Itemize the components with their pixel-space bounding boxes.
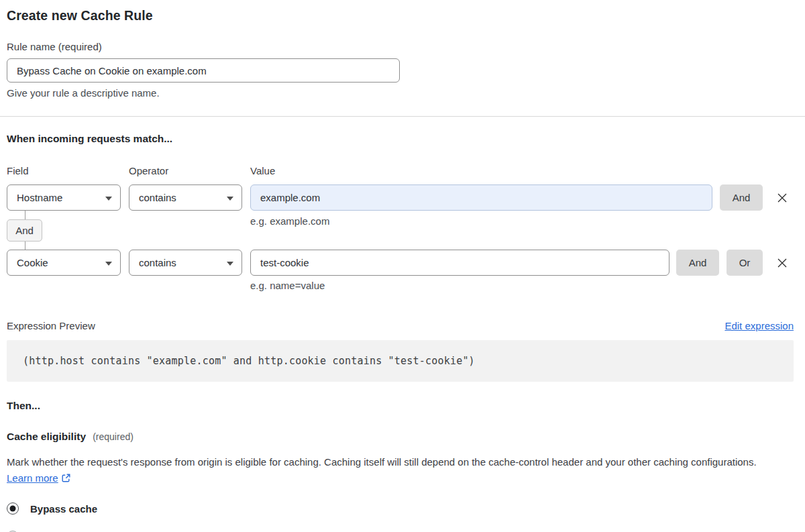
section-divider bbox=[0, 116, 805, 117]
operator-select[interactable]: contains bbox=[129, 184, 242, 211]
chevron-down-icon bbox=[227, 197, 233, 201]
operator-select[interactable]: contains bbox=[129, 250, 242, 276]
rule-name-label: Rule name (required) bbox=[7, 41, 794, 52]
add-and-condition-button[interactable]: And bbox=[676, 250, 719, 276]
field-select-value: Hostname bbox=[17, 192, 62, 203]
expression-builder: Field Operator Value Hostname contains A… bbox=[7, 165, 794, 291]
chevron-down-icon bbox=[227, 262, 233, 266]
field-select-value: Cookie bbox=[17, 257, 48, 268]
close-icon bbox=[775, 191, 789, 205]
field-column-label: Field bbox=[7, 165, 129, 176]
learn-more-link[interactable]: Learn more bbox=[7, 472, 58, 484]
and-connector-button[interactable]: And bbox=[7, 219, 42, 242]
rule-name-input[interactable] bbox=[7, 58, 400, 83]
close-icon bbox=[775, 256, 789, 270]
expression-preview-code: (http.host contains "example.com" and ht… bbox=[7, 340, 794, 382]
page-title: Create new Cache Rule bbox=[7, 8, 794, 23]
external-link-icon bbox=[61, 473, 71, 483]
value-column-label: Value bbox=[250, 165, 275, 176]
match-row: Cookie contains And Or bbox=[7, 250, 794, 276]
add-and-condition-button[interactable]: And bbox=[720, 184, 763, 211]
cache-eligibility-title: Cache eligibility bbox=[7, 431, 86, 442]
then-heading: Then... bbox=[7, 400, 794, 412]
create-cache-rule-page: Create new Cache Rule Rule name (require… bbox=[0, 0, 805, 532]
value-input[interactable] bbox=[250, 250, 669, 276]
row-connector-area: e.g. example.com And bbox=[7, 211, 794, 250]
value-hint: e.g. name=value bbox=[250, 280, 794, 291]
operator-column-label: Operator bbox=[129, 165, 250, 176]
field-select[interactable]: Cookie bbox=[7, 250, 121, 276]
required-note: (required) bbox=[93, 431, 133, 442]
description-text: Mark whether the request's response from… bbox=[7, 456, 757, 468]
chevron-down-icon bbox=[105, 262, 112, 266]
radio-selected-icon[interactable] bbox=[7, 502, 19, 515]
expression-code-text: (http.host contains "example.com" and ht… bbox=[23, 355, 475, 367]
rule-name-helper: Give your rule a descriptive name. bbox=[7, 87, 794, 99]
connector-line bbox=[25, 211, 25, 219]
chevron-down-icon bbox=[105, 197, 112, 201]
field-select[interactable]: Hostname bbox=[7, 184, 121, 211]
match-row: Hostname contains And bbox=[7, 184, 794, 211]
cache-eligibility-heading: Cache eligibility (required) bbox=[7, 431, 794, 443]
expression-preview-label: Expression Preview bbox=[7, 320, 95, 331]
edit-expression-link[interactable]: Edit expression bbox=[724, 320, 794, 331]
bypass-cache-option[interactable]: Bypass cache bbox=[7, 502, 794, 515]
operator-select-value: contains bbox=[139, 257, 176, 268]
match-heading: When incoming requests match... bbox=[7, 133, 794, 145]
builder-column-labels: Field Operator Value bbox=[7, 165, 794, 176]
remove-condition-button[interactable] bbox=[775, 184, 790, 211]
operator-select-value: contains bbox=[139, 192, 176, 203]
value-input[interactable] bbox=[250, 184, 712, 211]
value-hint: e.g. example.com bbox=[250, 215, 329, 227]
cache-eligibility-description: Mark whether the request's response from… bbox=[7, 454, 785, 486]
expression-preview-header: Expression Preview Edit expression bbox=[7, 320, 794, 331]
connector-line bbox=[25, 242, 25, 250]
add-or-condition-button[interactable]: Or bbox=[727, 250, 763, 276]
radio-label: Bypass cache bbox=[30, 503, 97, 515]
remove-condition-button[interactable] bbox=[775, 250, 790, 276]
